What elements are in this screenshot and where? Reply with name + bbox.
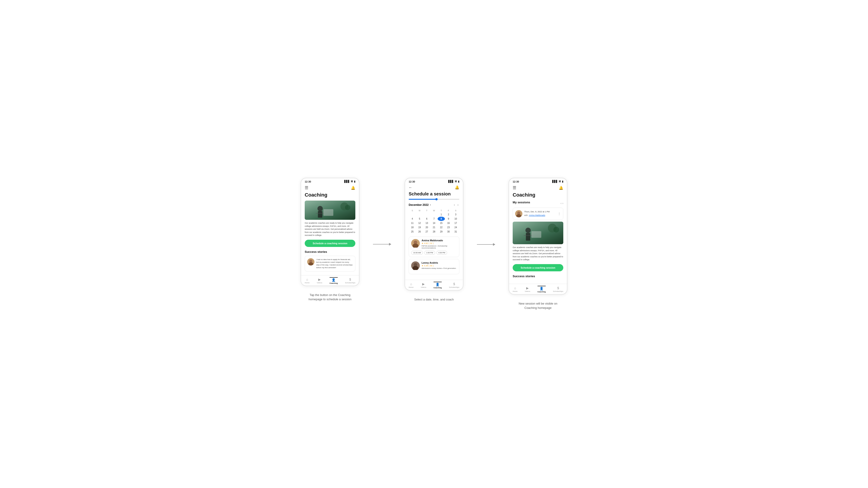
cal-day[interactable]: 16: [445, 221, 452, 225]
cal-day[interactable]: 1: [438, 213, 445, 217]
cal-day[interactable]: 25: [409, 230, 416, 234]
nav-coaching-3[interactable]: 👤 Coaching: [537, 286, 546, 293]
nav-scholarships-2[interactable]: $ Scholarships: [449, 282, 459, 288]
wifi-icon-3: ⌘: [559, 180, 561, 183]
cal-day[interactable]: 30: [445, 230, 452, 234]
svg-point-6: [345, 205, 350, 210]
cal-day[interactable]: 15: [438, 221, 445, 225]
arrow-2-container: [477, 244, 495, 245]
cal-day[interactable]: [409, 213, 416, 217]
cal-day-selected[interactable]: 8: [438, 217, 445, 221]
cal-day[interactable]: 13: [423, 221, 430, 225]
time-slot-1030[interactable]: 10:30 AM: [411, 251, 423, 255]
cal-day[interactable]: 31: [452, 230, 459, 234]
schedule-btn-1[interactable]: Schedule a coaching session: [305, 240, 355, 247]
screen2-frame: 12:30 ▋▋▋ ⌘ ▮ ← 🔔 Schedule a session: [405, 178, 463, 291]
coach-tags-2: Admissions essay review • First generati…: [422, 267, 457, 269]
time-slot-430[interactable]: 4:30 PM: [436, 251, 447, 255]
session-coach-link[interactable]: Amina Maldonado: [529, 214, 545, 217]
coach-rating-2: ★ 4.38 (56): [422, 265, 457, 267]
nav-scholarships-1[interactable]: $ Scholarships: [345, 278, 355, 284]
step2-with-arrow: 12:30 ▋▋▋ ⌘ ▮ ← 🔔 Schedule a session: [405, 178, 495, 302]
description-3: Our academic coaches are ready to help y…: [513, 246, 563, 261]
nav-coaching-label-2: Coaching: [434, 287, 442, 289]
cal-day[interactable]: 20: [423, 225, 430, 230]
next-month-btn[interactable]: ›: [457, 203, 459, 207]
cal-day[interactable]: 6: [423, 217, 430, 221]
coach-card-1: Amina Maldonado ★ 4.82 (32) FAFSA assist…: [409, 236, 459, 257]
signal-icon-3: ▋▋▋: [552, 180, 558, 183]
dollar-icon-2: $: [453, 282, 455, 286]
sessions-nav-3: My sessions ‹ ›: [513, 201, 563, 206]
nav-home-2[interactable]: ⌂ Home: [409, 282, 413, 288]
cal-day[interactable]: 29: [438, 230, 445, 234]
cal-day[interactable]: [416, 213, 423, 217]
schedule-btn-3[interactable]: Schedule a coaching session: [513, 264, 563, 271]
coaching-icon-2: 👤: [436, 283, 439, 286]
rating-count-1: (: [429, 242, 430, 245]
prev-month-btn[interactable]: ‹: [453, 203, 456, 207]
month-selector-2[interactable]: December 2022 ▼: [409, 203, 431, 206]
month-label-2: December 2022: [409, 203, 429, 206]
cal-day[interactable]: [430, 213, 438, 217]
nav-scholarships-label-3: Scholarships: [553, 290, 563, 292]
cal-day[interactable]: 21: [430, 225, 438, 230]
calendar-grid-2: S M T W T F S: [409, 209, 459, 234]
cal-day[interactable]: 17: [452, 221, 459, 225]
star-icon-2: ★: [422, 265, 423, 267]
back-icon-2[interactable]: ←: [409, 186, 412, 190]
video-icon-2: ▶: [422, 282, 425, 286]
menu-icon-3[interactable]: ☰: [513, 185, 516, 190]
nav-home-1[interactable]: ⌂ Home: [305, 278, 309, 284]
wifi-icon: ⌘: [350, 180, 353, 183]
cal-day[interactable]: 9: [445, 217, 452, 221]
cal-day[interactable]: 23: [445, 225, 452, 230]
nav-coaching-2[interactable]: 👤 Coaching: [434, 282, 442, 289]
cal-day[interactable]: 3: [452, 213, 459, 217]
next-session-btn[interactable]: ›: [562, 202, 563, 205]
sessions-nav-arrows: ‹ ›: [561, 202, 563, 205]
bell-icon-2[interactable]: 🔔: [455, 185, 459, 190]
cal-day[interactable]: 22: [438, 225, 445, 230]
menu-icon-1[interactable]: ☰: [305, 185, 308, 190]
coach-name-2: Lenny Andrés: [422, 261, 457, 264]
svg-point-8: [309, 260, 312, 263]
more-options-btn[interactable]: ⋮: [558, 212, 561, 216]
cal-day[interactable]: 18: [409, 225, 416, 230]
cal-day[interactable]: 7: [430, 217, 438, 221]
nav-videos-3[interactable]: ▶ Videos: [525, 286, 530, 292]
coach-header-2: Lenny Andrés ★ 4.38 (56) Admissions essa…: [411, 261, 457, 270]
cal-day[interactable]: 19: [416, 225, 423, 230]
bell-icon-1[interactable]: 🔔: [351, 186, 355, 190]
svg-point-17: [517, 212, 520, 215]
dropdown-arrow-2: ▼: [430, 204, 431, 206]
nav-coaching-1[interactable]: 👤 Coaching: [330, 277, 338, 284]
nav-videos-1[interactable]: ▶ Videos: [317, 278, 322, 284]
nav-videos-2[interactable]: ▶ Videos: [421, 282, 426, 288]
cal-day[interactable]: 14: [430, 221, 438, 225]
svg-point-25: [553, 227, 559, 232]
session-with-text: with: [524, 214, 528, 217]
cal-day[interactable]: 12: [416, 221, 423, 225]
cal-day[interactable]: 10: [452, 217, 459, 221]
cal-day[interactable]: 2: [445, 213, 452, 217]
nav-scholarships-3[interactable]: $ Scholarships: [553, 286, 563, 292]
prev-session-btn[interactable]: ‹: [561, 202, 561, 205]
cal-day[interactable]: 27: [423, 230, 430, 234]
bell-icon-3[interactable]: 🔔: [559, 186, 563, 190]
cal-day[interactable]: 24: [452, 225, 459, 230]
arrow-2: [477, 244, 495, 245]
time-slot-100[interactable]: 1:00 PM: [424, 251, 435, 255]
nav-home-3[interactable]: ⌂ Home: [513, 286, 518, 292]
screen3-frame: 12:30 ▋▋▋ ⌘ ▮ ☰ 🔔 Coaching My sessions: [508, 178, 567, 295]
battery-icon-3: ▮: [562, 180, 563, 183]
nav-videos-label-1: Videos: [317, 282, 322, 284]
cal-day[interactable]: 5: [416, 217, 423, 221]
cal-day[interactable]: 28: [430, 230, 438, 234]
progress-fill-2: [409, 199, 436, 200]
cal-day[interactable]: 26: [416, 230, 423, 234]
cal-day[interactable]: 4: [409, 217, 416, 221]
coach-card-2: Lenny Andrés ★ 4.38 (56) Admissions essa…: [409, 259, 459, 274]
cal-day[interactable]: [423, 213, 430, 217]
cal-day[interactable]: 11: [409, 221, 416, 225]
